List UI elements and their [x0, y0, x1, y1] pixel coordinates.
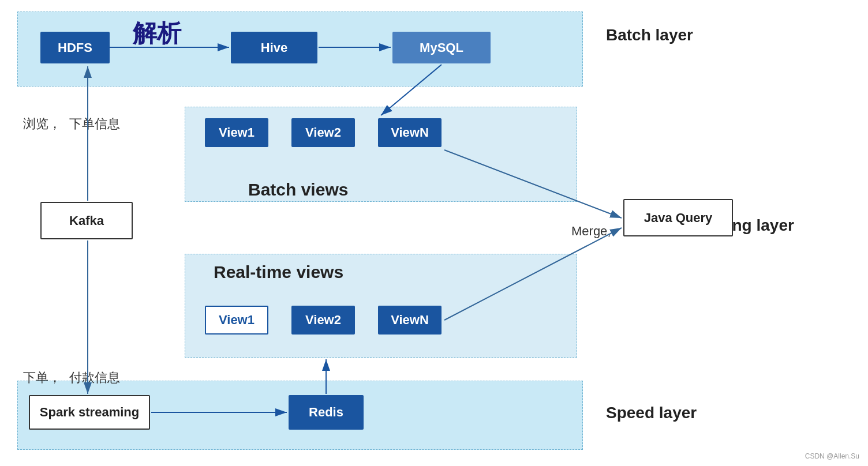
batch-view2-node: View2	[291, 118, 355, 147]
batch-view1-node: View1	[205, 118, 268, 147]
jiexi-label: 解析	[133, 17, 181, 50]
order-info-label: 下单信息	[69, 115, 120, 133]
payment-label: 付款信息	[69, 369, 120, 386]
batch-views-label: Batch views	[248, 180, 348, 200]
rt-view1-node: View1	[205, 306, 268, 335]
batch-viewN-node: ViewN	[378, 118, 442, 147]
redis-node: Redis	[289, 395, 364, 430]
spark-node: Spark streaming	[29, 395, 150, 430]
merge-label: Merge,	[571, 224, 611, 239]
mysql-node: MySQL	[392, 32, 491, 63]
hdfs-node: HDFS	[40, 32, 110, 63]
watermark: CSDN @Allen.Su	[805, 452, 859, 460]
batch-layer-label: Batch layer	[606, 26, 693, 44]
browse-label: 浏览，	[23, 115, 61, 133]
order2-label: 下单，	[23, 369, 61, 386]
hive-node: Hive	[231, 32, 317, 63]
java-query-node: Java Query	[623, 199, 733, 236]
rt-viewN-node: ViewN	[378, 306, 442, 335]
speed-layer-label: Speed layer	[606, 404, 697, 422]
rt-view2-node: View2	[291, 306, 355, 335]
realtime-views-label: Real-time views	[214, 262, 343, 282]
diagram-container: Batch layer Serving layer Speed layer 解析…	[0, 0, 868, 466]
kafka-node: Kafka	[40, 202, 133, 239]
